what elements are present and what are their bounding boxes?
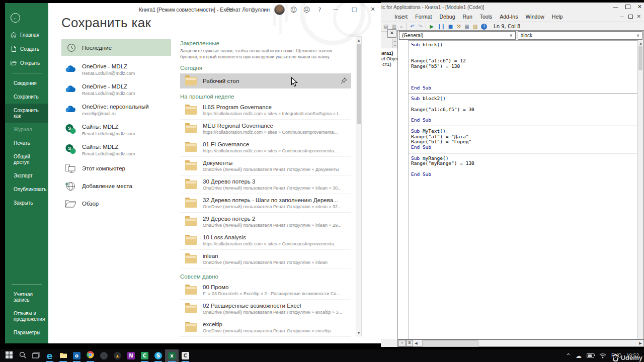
sidebar-item-save-as[interactable]: Сохранить как (5, 104, 48, 123)
child-close-button[interactable]: ✕ (637, 14, 641, 19)
taskbar-white-c-app[interactable]: C (179, 349, 192, 362)
code-line[interactable]: End Sub (411, 85, 637, 91)
folder-row[interactable]: ДокументыOneDrive (личный) пользователя … (180, 157, 351, 175)
place-sites-mdlz-1[interactable]: SСайты: MDLZRenat.Lotfullin@mdlz.com (61, 124, 171, 136)
taskbar-task-view[interactable] (29, 349, 43, 362)
pause-icon[interactable]: ❙❙ (437, 24, 445, 29)
vba-horizontal-scrollbar[interactable]: ≡ ≣ ◀ ▶ (397, 339, 644, 347)
paste-icon[interactable]: ▤ (383, 24, 388, 29)
taskbar-onenote[interactable]: N (124, 349, 138, 362)
scroll-down-icon[interactable]: ▼ (356, 329, 361, 336)
menu-addins[interactable]: Add-Ins (500, 14, 518, 20)
undo-icon[interactable]: ↶ (411, 24, 415, 29)
code-line[interactable]: End Sub (411, 118, 637, 123)
code-text[interactable]: Sub block() Range("a1:c6") = 12Range("b5… (411, 42, 637, 177)
network-icon[interactable] (599, 353, 606, 358)
place-browse[interactable]: Обзор (61, 198, 171, 209)
scroll-up-icon[interactable]: ▲ (356, 37, 361, 43)
sidebar-item-create[interactable]: Создать (5, 42, 48, 56)
folder-row[interactable]: exceltipOneDrive (личный) пользователя Р… (180, 318, 351, 337)
code-line[interactable]: End Sub (411, 172, 637, 177)
folder-row[interactable]: 29 Дерево потерь 2OneDrive (личный) поль… (180, 213, 351, 231)
scrollbar-thumb[interactable] (422, 340, 478, 347)
vba-close-button[interactable]: ✕ (637, 4, 642, 10)
folder-row[interactable]: MEU Regional Governancehttps://collabora… (180, 120, 351, 138)
folder-row[interactable]: 30 Дерево потерь 3OneDrive (личный) поль… (180, 175, 351, 194)
sidebar-item-home[interactable]: Главная (5, 28, 48, 42)
minimize-button[interactable]: — (329, 3, 343, 16)
folder-row[interactable]: 00 FI Qualification and step up card (180, 337, 351, 339)
menu-window[interactable]: Window (525, 14, 544, 20)
scroll-left-icon[interactable]: ◀ (413, 341, 419, 345)
properties-icon[interactable]: ▨ (473, 24, 477, 29)
taskbar-start[interactable] (2, 349, 16, 362)
scroll-right-icon[interactable]: ▶ (637, 341, 643, 345)
design-mode-icon[interactable]: ⚒ (456, 24, 461, 29)
code-vertical-scrollbar[interactable]: ▲ (637, 40, 643, 339)
code-line[interactable]: End Sub (411, 145, 637, 150)
menu-run[interactable]: Run (462, 14, 472, 20)
onedrive-tray-icon[interactable]: ☁ (576, 352, 582, 359)
menu-debug[interactable]: Debug (440, 14, 455, 20)
sidebar-item-export[interactable]: Экспорт (5, 169, 48, 183)
scroll-up-icon[interactable]: ▲ (638, 40, 643, 46)
code-line[interactable]: Range("myRange") = 130 (411, 161, 637, 166)
project-tree-item[interactable]: el Objects (381, 56, 397, 61)
run-icon[interactable]: ▶ (430, 24, 434, 29)
hidden-icons-chevron[interactable]: ^ (567, 353, 571, 358)
close-button[interactable]: ✕ (366, 3, 380, 16)
find-icon[interactable]: ⌕ (400, 24, 403, 29)
code-line[interactable]: Range("b1") = "Город" (411, 139, 637, 145)
place-sites-mdlz-2[interactable]: SСайты: MDLZRenat.Lotfullin@mdlz.com (61, 144, 171, 156)
object-dropdown[interactable]: (General) ∨ (399, 31, 516, 40)
folder-row[interactable]: inleanOneDrive (личный) пользователя Рен… (180, 250, 351, 268)
taskbar-alert-app[interactable]: ▲ (111, 349, 124, 362)
code-line[interactable]: Sub block2() (411, 96, 637, 102)
taskbar-file-explorer[interactable] (56, 349, 70, 362)
code-line[interactable] (411, 69, 637, 75)
back-button[interactable]: ← (11, 13, 20, 23)
code-line[interactable] (411, 48, 637, 53)
sidebar-item-open[interactable]: Открыть (5, 56, 48, 70)
vba-help-icon[interactable]: ? (481, 24, 487, 30)
place-onedrive-mdlz-1[interactable]: OneDrive - MDLZRenat.Lotfullin@mdlz.com (61, 63, 171, 76)
code-line[interactable] (411, 112, 637, 118)
maximize-button[interactable]: □ (347, 3, 361, 16)
project-explorer-icon[interactable]: ▦ (464, 24, 469, 29)
frown-feedback-icon[interactable]: ☹ (302, 6, 311, 14)
code-line[interactable]: Range("a1:c6,f5") = 30 (411, 107, 637, 113)
sidebar-item-close[interactable]: Закрыть (5, 196, 48, 210)
redo-icon[interactable]: ↷ (418, 24, 422, 29)
menu-insert[interactable]: Insert (394, 14, 408, 20)
code-line[interactable]: Sub block() (411, 42, 637, 48)
taskbar-chrome[interactable] (84, 349, 97, 362)
procedure-dropdown[interactable]: block ∨ (518, 31, 642, 40)
sidebar-item-save[interactable]: Сохранить (5, 90, 48, 104)
code-line[interactable] (411, 166, 637, 172)
menu-tools[interactable]: Tools (480, 14, 493, 20)
menu-format[interactable]: Format (415, 14, 432, 20)
recent-scrollbar[interactable]: ▲ ▼ (356, 36, 362, 336)
smiley-feedback-icon[interactable]: ☺ (289, 6, 298, 14)
procedure-view-button[interactable]: ≡ (398, 340, 406, 346)
folder-row[interactable]: 01 FI Governancehttps://collaboration.md… (180, 138, 351, 157)
project-panel-close-icon[interactable]: ✕ (387, 29, 396, 38)
code-editor[interactable]: Sub block() Range("a1:c6") = 12Range("b5… (398, 40, 638, 339)
sidebar-item-feedback[interactable]: Отзывы и предложения (5, 307, 48, 326)
folder-row[interactable]: 00 ПромоF: » 03 Documets » Exceltip » 2 … (180, 281, 351, 300)
place-add-place[interactable]: Добавление места (61, 180, 171, 192)
place-this-pc[interactable]: Этот компьютер (61, 163, 171, 174)
place-onedrive-personal[interactable]: OneDrive: персональныйexceltip@mail.ru (61, 104, 171, 116)
taskbar-steam[interactable] (97, 349, 111, 362)
sidebar-item-options[interactable]: Параметры (5, 326, 48, 339)
code-line[interactable] (411, 74, 637, 80)
folder-row[interactable]: IL6S Program Governancehttps://collabora… (180, 101, 351, 120)
project-tree-item[interactable]: ига1) (381, 50, 397, 56)
place-onedrive-mdlz-2[interactable]: OneDrive - MDLZRenat.Lotfullin@mdlz.com (61, 83, 171, 96)
scrollbar-track[interactable] (419, 340, 637, 346)
help-icon[interactable]: ? (315, 6, 324, 14)
project-tree-item[interactable]: ст1) (381, 61, 397, 67)
code-line[interactable]: Range("b5") = 130 (411, 64, 637, 69)
pin-icon[interactable] (341, 77, 347, 85)
folder-row[interactable]: 10 Loss Analysishttps://collaboration.md… (180, 231, 351, 250)
